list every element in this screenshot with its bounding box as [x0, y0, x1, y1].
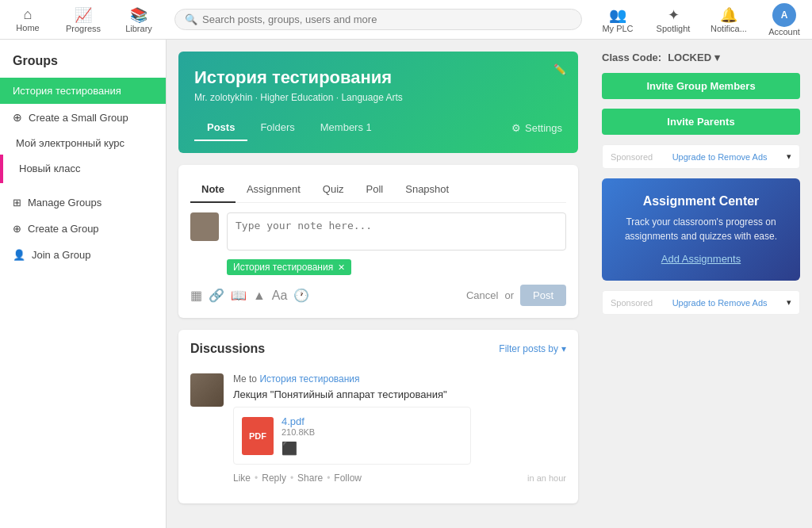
- discussion-content: Me to История тестирования Лекция "Понят…: [233, 373, 566, 484]
- user-avatar: [190, 212, 219, 241]
- post-input-area: История тестирования ✕: [227, 212, 566, 275]
- drive-icon[interactable]: ▲: [253, 289, 266, 303]
- sponsored-bar-1: Sponsored Upgrade to Remove Ads ▾: [602, 144, 800, 169]
- discussion-avatar: [190, 373, 224, 407]
- nav-home[interactable]: ⌂ Home: [8, 6, 48, 33]
- group-subtitle: Mr. zolotykhin · Higher Education · Lang…: [194, 92, 562, 103]
- group-tag: История тестирования ✕: [227, 259, 351, 275]
- post-type-note[interactable]: Note: [190, 177, 236, 203]
- join-group-icon: 👤: [13, 249, 25, 261]
- like-button[interactable]: Like: [233, 473, 251, 484]
- tab-posts[interactable]: Posts: [194, 115, 247, 141]
- plus-circle-icon: ⊕: [13, 111, 22, 124]
- nav-progress[interactable]: 📈 Progress: [63, 6, 103, 33]
- invite-parents-button[interactable]: Invite Parents: [602, 109, 800, 135]
- search-bar[interactable]: 🔍: [174, 9, 582, 30]
- invite-members-button[interactable]: Invite Group Members: [602, 73, 800, 99]
- file-name[interactable]: 4.pdf: [282, 415, 462, 427]
- nav-library[interactable]: 📚 Library: [119, 6, 159, 33]
- sidebar-item-my-course[interactable]: Мой электронный курс: [0, 131, 166, 155]
- sponsored-label: Sponsored: [611, 152, 653, 162]
- content-area: ✏️ История тестирования Mr. zolotykhin ·…: [167, 40, 590, 528]
- class-code-label: Class Code:: [602, 52, 661, 63]
- left-nav-icons: ⌂ Home 📈 Progress 📚 Library: [8, 6, 159, 33]
- schedule-icon[interactable]: 🕐: [293, 288, 309, 303]
- nav-notifications[interactable]: 🔔 Notifica...: [709, 6, 749, 33]
- nav-spotlight[interactable]: ✦ Spotlight: [653, 6, 693, 33]
- discussion-item: Me to История тестирования Лекция "Понят…: [190, 365, 566, 492]
- discussions-title: Discussions: [190, 342, 265, 356]
- upgrade-link-2[interactable]: Upgrade to Remove Ads: [672, 298, 768, 308]
- tab-members[interactable]: Members 1: [308, 115, 385, 141]
- post-type-poll[interactable]: Poll: [355, 177, 395, 203]
- book-icon[interactable]: 📖: [231, 288, 247, 303]
- class-code-row: Class Code: LOCKED ▾: [602, 52, 800, 63]
- sidebar-item-manage-groups[interactable]: ⊞ Manage Groups: [0, 189, 166, 216]
- post-type-assignment[interactable]: Assignment: [236, 177, 312, 203]
- discussions-section: Discussions Filter posts by ▾ Me to Исто…: [178, 330, 578, 503]
- tab-settings[interactable]: ⚙ Settings: [511, 122, 562, 134]
- attach-icon[interactable]: ▦: [190, 288, 202, 303]
- pink-indicator: [0, 155, 3, 183]
- post-type-snapshot[interactable]: Snapshot: [394, 177, 460, 203]
- file-size: 210.8KB: [282, 427, 462, 437]
- or-text: or: [504, 289, 514, 301]
- manage-groups-icon: ⊞: [13, 197, 21, 209]
- create-group-icon: ⊕: [13, 223, 21, 235]
- sidebar-item-active-group[interactable]: История тестирования: [0, 78, 166, 104]
- right-panel: Class Code: LOCKED ▾ Invite Group Member…: [590, 40, 812, 528]
- account-avatar: A: [772, 3, 796, 27]
- dropdown-icon[interactable]: ▾: [714, 52, 720, 63]
- add-assignments-link[interactable]: Add Assignments: [661, 253, 741, 265]
- post-box: Note Assignment Quiz Poll Snapshot Истор…: [178, 165, 578, 318]
- tab-folders[interactable]: Folders: [247, 115, 307, 141]
- chevron-down-icon: ▾: [561, 343, 566, 354]
- cancel-button[interactable]: Cancel: [466, 289, 498, 301]
- remove-tag-icon[interactable]: ✕: [338, 262, 345, 273]
- post-button[interactable]: Post: [520, 285, 566, 306]
- class-code-value: LOCKED ▾: [668, 52, 720, 63]
- upgrade-link-1[interactable]: Upgrade to Remove Ads: [672, 152, 768, 162]
- sidebar-item-create-small-group[interactable]: ⊕ Create a Small Group: [0, 104, 166, 131]
- edit-icon[interactable]: ✏️: [553, 63, 566, 75]
- sponsored-bar-2: Sponsored Upgrade to Remove Ads ▾: [602, 290, 800, 315]
- sponsored-label-2: Sponsored: [611, 298, 653, 308]
- post-toolbar: ▦ 🔗 📖 ▲ Aa 🕐 Cancel or Post: [190, 285, 566, 306]
- home-icon: ⌂: [24, 6, 33, 23]
- nav-account[interactable]: A Account: [764, 3, 804, 36]
- discussion-text: Лекция "Понятийный аппарат тестирования": [233, 388, 566, 400]
- post-input-row: История тестирования ✕: [190, 212, 566, 275]
- group-tabs: Posts Folders Members 1 ⚙ Settings: [194, 115, 562, 141]
- settings-icon: ⚙: [511, 122, 521, 134]
- reply-button[interactable]: Reply: [262, 473, 286, 484]
- post-time: in an hour: [527, 473, 566, 483]
- search-icon: 🔍: [185, 13, 197, 25]
- link-icon[interactable]: 🔗: [209, 288, 224, 303]
- collapse-icon-2[interactable]: ▾: [787, 297, 791, 308]
- sidebar-item-create-group[interactable]: ⊕ Create a Group: [0, 216, 166, 242]
- follow-button[interactable]: Follow: [334, 473, 362, 484]
- nav-my-plc[interactable]: 👥 My PLC: [598, 6, 638, 33]
- file-icon: PDF: [242, 417, 274, 455]
- sidebar: Groups История тестирования ⊕ Create a S…: [0, 40, 167, 528]
- share-button[interactable]: Share: [297, 473, 323, 484]
- library-icon: 📚: [130, 6, 147, 24]
- group-header: ✏️ История тестирования Mr. zolotykhin ·…: [178, 52, 578, 153]
- file-info: 4.pdf 210.8KB ⬛: [282, 415, 462, 456]
- download-icon[interactable]: ⬛: [282, 441, 462, 456]
- group-title: История тестирования: [194, 67, 562, 88]
- sidebar-item-new-class[interactable]: Новый класс: [0, 155, 166, 182]
- collapse-icon[interactable]: ▾: [787, 151, 791, 162]
- sidebar-item-join-group[interactable]: 👤 Join a Group: [0, 242, 166, 268]
- search-input[interactable]: [202, 13, 572, 25]
- assignment-center: Assignment Center Track your classroom's…: [602, 178, 800, 281]
- discussion-meta: Me to История тестирования: [233, 373, 566, 385]
- group-link[interactable]: История тестирования: [259, 373, 359, 385]
- filter-button[interactable]: Filter posts by ▾: [499, 343, 566, 354]
- top-nav: ⌂ Home 📈 Progress 📚 Library 🔍 👥 My PLC ✦…: [0, 0, 812, 40]
- action-links: Like • Reply • Share • Follow: [233, 473, 362, 484]
- post-type-quiz[interactable]: Quiz: [312, 177, 355, 203]
- note-textarea[interactable]: [227, 212, 566, 251]
- font-icon[interactable]: Aa: [272, 289, 288, 303]
- my-plc-icon: 👥: [609, 6, 626, 24]
